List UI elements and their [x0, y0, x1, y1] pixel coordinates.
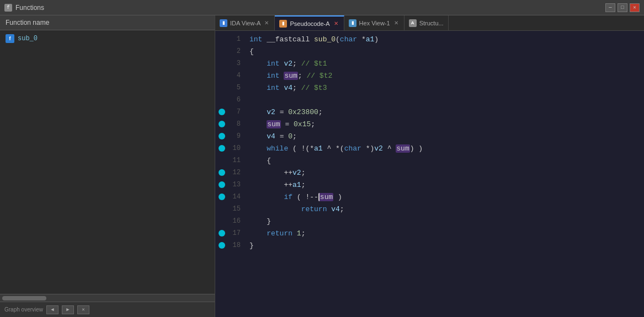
ln-15: 15 — [228, 205, 245, 213]
tab-ida-view-close[interactable]: ✕ — [263, 20, 270, 26]
sidebar-item-sub0[interactable]: f sub_0 — [0, 33, 215, 45]
code-line-6: 6 — [215, 94, 644, 106]
breakpoint-12 — [219, 169, 225, 176]
tab-pseudocode[interactable]: ▮ Pseudocode-A ✕ — [275, 15, 344, 30]
code-line-15: 15 return v4; — [215, 203, 644, 215]
functions-sidebar: Function name f sub_0 Graph overview ◀ ▶… — [0, 15, 215, 317]
ln-12: 12 — [228, 169, 245, 176]
lc-4: int sum; // $t2 — [245, 72, 644, 80]
code-line-9: 9 v4 = 0; — [215, 130, 644, 142]
ln-17: 17 — [228, 229, 245, 237]
sidebar-footer: Graph overview ◀ ▶ ✕ — [0, 302, 215, 317]
footer-btn-3[interactable]: ✕ — [77, 305, 89, 314]
bp-12 — [215, 169, 228, 176]
code-line-16: 16 } — [215, 215, 644, 227]
tab-ida-view[interactable]: ▮ IDA View-A ✕ — [215, 15, 275, 30]
code-panel: ▮ IDA View-A ✕ ▮ Pseudocode-A ✕ ▮ Hex Vi… — [215, 15, 644, 317]
ln-4: 4 — [228, 72, 245, 79]
breakpoint-9 — [219, 133, 225, 139]
code-line-14: 14 if ( !--sum ) — [215, 191, 644, 203]
bp-17 — [215, 230, 228, 237]
code-line-17: 17 return 1; — [215, 227, 644, 239]
breakpoint-13 — [219, 181, 225, 188]
main-layout: Function name f sub_0 Graph overview ◀ ▶… — [0, 15, 644, 317]
footer-label: Graph overview — [4, 307, 43, 313]
close-button[interactable]: ✕ — [630, 3, 640, 12]
code-line-18: 18 } — [215, 239, 644, 251]
tab-pseudocode-label: Pseudocode-A — [290, 20, 329, 27]
ln-14: 14 — [228, 193, 245, 201]
bp-9 — [215, 133, 228, 139]
ln-13: 13 — [228, 181, 245, 189]
breakpoint-14 — [219, 194, 225, 200]
minimize-button[interactable]: ─ — [605, 3, 615, 12]
lc-9: v4 = 0; — [245, 132, 644, 141]
footer-btn-2[interactable]: ▶ — [62, 305, 74, 314]
sidebar-header: Function name — [0, 15, 215, 30]
bp-14 — [215, 194, 228, 200]
sidebar-scrollbar[interactable] — [0, 294, 215, 302]
breakpoint-10 — [219, 145, 225, 152]
tab-struc-label: Structu... — [419, 20, 444, 26]
bp-8 — [215, 121, 228, 127]
tab-hex-view-label: Hex View-1 — [359, 20, 390, 26]
ln-2: 2 — [228, 47, 245, 55]
bp-18 — [215, 242, 228, 249]
code-line-7: 7 v2 = 0x23800; — [215, 106, 644, 118]
scrollbar-thumb[interactable] — [2, 296, 46, 300]
function-icon: f — [6, 34, 14, 43]
code-line-13: 13 ++a1; — [215, 179, 644, 191]
breakpoint-8 — [219, 121, 225, 127]
ln-8: 8 — [228, 120, 245, 128]
ida-view-icon: ▮ — [220, 19, 227, 27]
lc-11: { — [245, 157, 644, 165]
bp-13 — [215, 181, 228, 188]
code-line-12: 12 ++v2; — [215, 166, 644, 179]
lc-14: if ( !--sum ) — [245, 193, 644, 201]
struc-icon: A — [409, 19, 417, 27]
tab-ida-view-label: IDA View-A — [230, 20, 260, 26]
lc-12: ++v2; — [245, 169, 644, 177]
window-icon: f — [4, 4, 12, 12]
tab-pseudocode-close[interactable]: ✕ — [333, 20, 339, 27]
title-controls[interactable]: ─ □ ✕ — [605, 3, 640, 12]
ln-1: 1 — [228, 35, 245, 43]
tab-hex-close[interactable]: ✕ — [393, 20, 400, 26]
code-content[interactable]: 1 int __fastcall sub_0(char *a1) 2 { 3 i… — [215, 31, 644, 317]
lc-7: v2 = 0x23800; — [245, 108, 644, 116]
ln-16: 16 — [228, 217, 245, 225]
breakpoint-18 — [219, 242, 225, 249]
breakpoint-17 — [219, 230, 225, 237]
hex-view-icon: ▮ — [349, 19, 356, 27]
lc-18: } — [245, 241, 644, 250]
breakpoint-7 — [219, 109, 225, 115]
window-title: Functions — [15, 4, 44, 12]
bp-7 — [215, 109, 228, 115]
code-line-5: 5 int v4; // $t3 — [215, 82, 644, 94]
code-line-10: 10 while ( !(*a1 ^ *(char *)v2 ^ sum) ) — [215, 142, 644, 154]
code-line-11: 11 { — [215, 154, 644, 166]
tab-hex-view[interactable]: ▮ Hex View-1 ✕ — [344, 15, 405, 30]
ln-5: 5 — [228, 84, 245, 92]
lc-2: { — [245, 47, 644, 56]
tab-struc[interactable]: A Structu... — [405, 15, 449, 30]
lc-16: } — [245, 217, 644, 225]
lc-13: ++a1; — [245, 181, 644, 189]
maximize-button[interactable]: □ — [618, 3, 627, 12]
lc-8: sum = 0x15; — [245, 120, 644, 128]
lc-17: return 1; — [245, 229, 644, 238]
ln-11: 11 — [228, 157, 245, 164]
pseudocode-icon: ▮ — [279, 20, 287, 28]
code-line-8: 8 sum = 0x15; — [215, 118, 644, 130]
tabs-bar: ▮ IDA View-A ✕ ▮ Pseudocode-A ✕ ▮ Hex Vi… — [215, 15, 644, 31]
function-list[interactable]: f sub_0 — [0, 30, 215, 294]
ln-7: 7 — [228, 108, 245, 116]
lc-10: while ( !(*a1 ^ *(char *)v2 ^ sum) ) — [245, 144, 644, 153]
code-line-1: 1 int __fastcall sub_0(char *a1) — [215, 33, 644, 45]
footer-btn-1[interactable]: ◀ — [46, 305, 58, 314]
bp-10 — [215, 145, 228, 152]
ln-6: 6 — [228, 96, 245, 104]
ln-3: 3 — [228, 60, 245, 67]
code-line-4: 4 int sum; // $t2 — [215, 69, 644, 82]
lc-1: int __fastcall sub_0(char *a1) — [245, 35, 644, 44]
